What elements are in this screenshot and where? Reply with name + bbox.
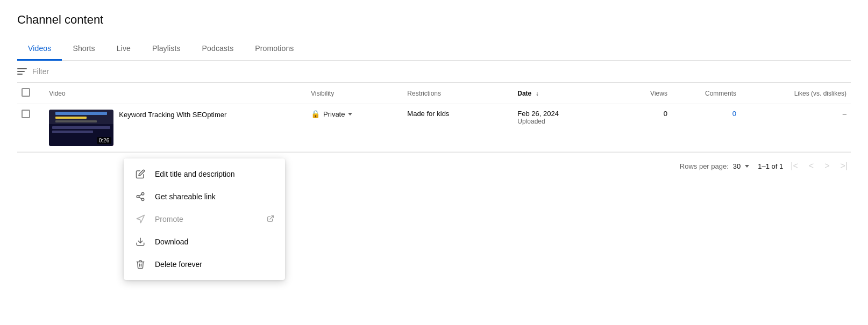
date-status: Uploaded: [517, 118, 612, 125]
col-checkbox: [17, 83, 45, 104]
svg-line-4: [139, 194, 141, 196]
video-cell: 0:26 Keyword Tracking With SEOptimer: [49, 110, 302, 146]
menu-item-delete[interactable]: Delete forever: [124, 253, 285, 276]
row-visibility-cell: 🔒 Private: [307, 104, 403, 152]
table-header-row: Video Visibility Restrictions Date ↓ Vie…: [17, 83, 851, 104]
col-video-header: Video: [45, 83, 307, 104]
filter-label[interactable]: Filter: [32, 67, 49, 76]
col-visibility-header: Visibility: [307, 83, 403, 104]
next-page-btn[interactable]: >: [821, 159, 833, 173]
filter-bar: Filter: [17, 61, 851, 83]
select-all-checkbox[interactable]: [22, 88, 30, 97]
context-menu: Edit title and description Get shareable…: [124, 158, 285, 280]
table-row: 0:26 Keyword Tracking With SEOptimer 🔒 P…: [17, 104, 851, 152]
row-restrictions-cell: Made for kids: [403, 104, 513, 152]
pagination-nav: 1–1 of 1 |< < > >|: [758, 159, 851, 173]
external-link-icon: [267, 215, 274, 224]
row-video-cell: 0:26 Keyword Tracking With SEOptimer: [45, 104, 307, 152]
delete-label: Delete forever: [155, 260, 202, 269]
lock-icon: 🔒: [311, 110, 320, 118]
comments-link[interactable]: 0: [732, 110, 736, 118]
date-value: Feb 26, 2024: [517, 110, 612, 118]
pagination-range: 1–1 of 1: [758, 162, 783, 170]
col-date-header[interactable]: Date ↓: [513, 83, 616, 104]
col-restrictions-header: Restrictions: [403, 83, 513, 104]
row-date-cell: Feb 26, 2024 Uploaded: [513, 104, 616, 152]
video-thumbnail: 0:26: [49, 110, 113, 146]
svg-line-3: [139, 197, 141, 199]
menu-item-download[interactable]: Download: [124, 230, 285, 253]
last-page-btn[interactable]: >|: [837, 159, 851, 173]
trash-icon: [134, 258, 146, 270]
rows-per-page-label: Rows per page:: [680, 162, 729, 170]
row-comments-cell: 0: [672, 104, 741, 152]
sort-arrow-icon: ↓: [536, 90, 539, 97]
visibility-dropdown[interactable]: [348, 113, 352, 115]
megaphone-icon: [134, 213, 146, 225]
row-checkbox[interactable]: [22, 110, 30, 118]
download-label: Download: [155, 237, 188, 246]
filter-icon[interactable]: [17, 68, 27, 75]
videos-table: Video Visibility Restrictions Date ↓ Vie…: [17, 83, 851, 152]
col-comments-header: Comments: [672, 83, 741, 104]
row-likes-cell: –: [741, 104, 851, 152]
tab-promotions[interactable]: Promotions: [244, 38, 304, 61]
likes-value: –: [745, 110, 846, 118]
share-icon: [134, 191, 146, 203]
tab-shorts[interactable]: Shorts: [62, 38, 105, 61]
page-wrapper: Channel content Videos Shorts Live Playl…: [0, 0, 868, 325]
visibility-cell: 🔒 Private: [311, 110, 399, 118]
duration-badge: 0:26: [97, 137, 111, 144]
tab-playlists[interactable]: Playlists: [141, 38, 191, 61]
views-value: 0: [621, 110, 667, 118]
comments-value: 0: [676, 110, 736, 118]
share-label: Get shareable link: [155, 192, 216, 201]
visibility-value: Private: [323, 110, 345, 118]
download-icon: [134, 236, 146, 248]
svg-line-5: [270, 215, 273, 219]
first-page-btn[interactable]: |<: [787, 159, 801, 173]
row-checkbox-cell: [17, 104, 45, 152]
pencil-icon: [134, 168, 146, 180]
prev-page-btn[interactable]: <: [806, 159, 817, 173]
page-title: Channel content: [17, 13, 851, 27]
menu-item-share[interactable]: Get shareable link: [124, 185, 285, 208]
tab-podcasts[interactable]: Podcasts: [191, 38, 245, 61]
col-likes-header: Likes (vs. dislikes): [741, 83, 851, 104]
col-views-header: Views: [616, 83, 671, 104]
tab-videos[interactable]: Videos: [17, 38, 62, 61]
video-title[interactable]: Keyword Tracking With SEOptimer: [119, 111, 226, 119]
tabs-nav: Videos Shorts Live Playlists Podcasts Pr…: [17, 38, 851, 61]
menu-item-edit[interactable]: Edit title and description: [124, 163, 285, 185]
restrictions-value: Made for kids: [407, 110, 449, 118]
edit-label: Edit title and description: [155, 170, 235, 178]
rows-per-page-dropdown[interactable]: [745, 165, 749, 168]
rows-per-page: Rows per page: 30: [680, 162, 750, 170]
row-views-cell: 0: [616, 104, 671, 152]
promote-label: Promote: [155, 215, 183, 223]
tab-live[interactable]: Live: [106, 38, 141, 61]
rows-per-page-value: 30: [733, 162, 741, 170]
menu-item-promote[interactable]: Promote: [124, 208, 285, 230]
